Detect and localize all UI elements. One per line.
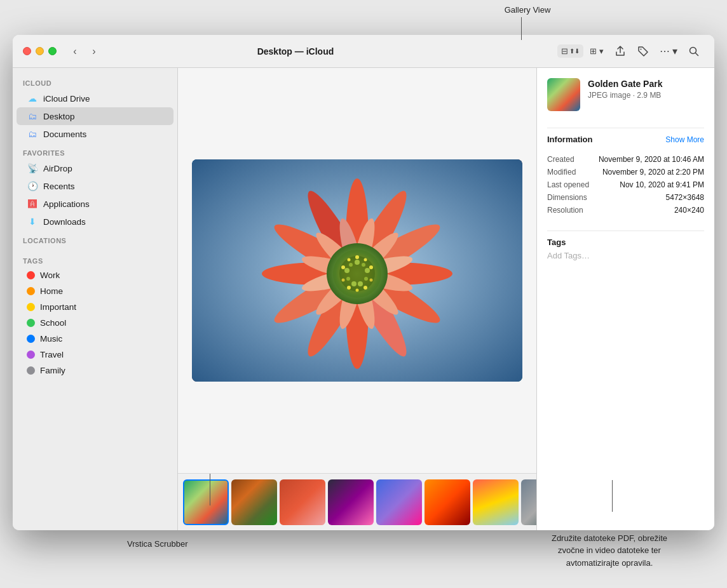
search-button[interactable] <box>684 41 704 62</box>
inspector-row-created: Created November 9, 2020 at 10:46 AM <box>547 153 704 166</box>
sidebar-item-tag-music[interactable]: Music <box>17 331 173 347</box>
inspector-row-dimensions: Dimensions 5472×3648 <box>547 191 704 204</box>
tag-school-dot <box>27 319 35 327</box>
title-bar: ‹ › Desktop — iCloud ⊟ ⬆⬇ ⊞ ▾ <box>13 35 714 68</box>
inspector-row-modified: Modified November 9, 2020 at 2:20 PM <box>547 166 704 178</box>
svg-point-43 <box>369 265 373 269</box>
tag-button[interactable] <box>633 41 653 62</box>
svg-point-40 <box>355 255 359 259</box>
applications-icon: 🅰 <box>27 198 38 210</box>
sidebar-item-label: Desktop <box>43 112 75 121</box>
view-options-button[interactable]: ⊞ ▾ <box>586 41 608 62</box>
tag-music-dot <box>27 335 35 343</box>
scrubber-annotation: Vrstica Scrubber <box>127 539 188 549</box>
downloads-icon: ⬇ <box>27 216 38 227</box>
svg-point-0 <box>640 48 641 50</box>
scrubber-thumb-7[interactable] <box>473 479 519 525</box>
sidebar-section-icloud: iCloud <box>13 73 177 90</box>
svg-point-31 <box>355 260 360 265</box>
sidebar-item-tag-important[interactable]: Important <box>17 299 173 315</box>
sidebar-item-recents[interactable]: 🕐 Recents <box>17 177 173 195</box>
sidebar-item-label: Downloads <box>43 217 86 227</box>
scrubber-thumb-6[interactable] <box>425 479 470 525</box>
inspector-file-name: Golden Gate Park <box>588 78 662 90</box>
tag-work-dot <box>27 271 35 279</box>
svg-point-44 <box>341 265 345 269</box>
desktop-icon: 🗂 <box>27 110 38 122</box>
sidebar-item-label: Applications <box>43 199 90 209</box>
dimensions-label: Dimensions <box>547 193 587 202</box>
path-control[interactable]: ⊟ ⬆⬇ <box>557 44 583 58</box>
sidebar-item-tag-travel[interactable]: Travel <box>17 347 173 363</box>
share-icon <box>615 46 626 57</box>
sidebar-item-applications[interactable]: 🅰 Applications <box>17 195 173 213</box>
inspector-row-last-opened: Last opened Nov 10, 2020 at 9:41 PM <box>547 178 704 191</box>
svg-point-47 <box>364 286 367 290</box>
sidebar-item-label: Home <box>40 286 63 296</box>
svg-point-42 <box>348 258 351 262</box>
tags-section-title: Tags <box>547 237 704 247</box>
search-icon <box>689 46 699 57</box>
svg-point-48 <box>347 286 351 290</box>
modified-value: November 9, 2020 at 2:20 PM <box>602 168 704 177</box>
finder-window: ‹ › Desktop — iCloud ⊟ ⬆⬇ ⊞ ▾ <box>13 35 714 530</box>
sidebar-item-downloads[interactable]: ⬇ Downloads <box>17 213 173 231</box>
gallery-main-image[interactable] <box>192 159 522 382</box>
sidebar-item-label: Work <box>40 271 60 280</box>
path-grid-icon: ⊟ <box>561 46 568 56</box>
scrubber-thumb-2[interactable] <box>231 479 277 525</box>
window-title: Desktop — iCloud <box>34 46 557 57</box>
svg-point-36 <box>364 277 368 281</box>
svg-point-49 <box>356 289 359 292</box>
inspector-section-tags: Tags Add Tags… <box>547 237 704 260</box>
tag-important-dot <box>27 303 35 311</box>
sidebar-section-locations: Locations <box>13 231 177 247</box>
sidebar-item-label: Recents <box>43 182 75 191</box>
inspector-panel: Golden Gate Park JPEG image · 2.9 MB Inf… <box>536 68 714 530</box>
scrubber-thumb-8[interactable] <box>521 479 536 525</box>
close-button[interactable] <box>23 47 31 55</box>
scrubber-thumb-3[interactable] <box>280 479 325 525</box>
svg-point-46 <box>342 279 345 282</box>
svg-point-35 <box>344 268 350 273</box>
last-opened-label: Last opened <box>547 180 589 189</box>
main-view: ↺ Rotate Left ⚲ Markup ⊕ More… <box>178 68 536 530</box>
share-button[interactable] <box>610 41 630 62</box>
sidebar-item-tag-family[interactable]: Family <box>17 363 173 378</box>
path-arrows-icon: ⬆⬇ <box>569 48 580 55</box>
inspector-file-info: Golden Gate Park JPEG image · 2.9 MB <box>588 78 662 100</box>
scrubber-thumb-1[interactable] <box>183 479 229 525</box>
sidebar-section-favorites: Favorites <box>13 143 177 159</box>
sidebar-item-tag-work[interactable]: Work <box>17 267 173 283</box>
sidebar-item-tag-home[interactable]: Home <box>17 283 173 299</box>
sidebar-item-desktop[interactable]: 🗂 Desktop <box>17 107 173 125</box>
sidebar-item-airdrop[interactable]: 📡 AirDrop <box>17 159 173 177</box>
flower-svg <box>192 159 522 382</box>
more-options-button[interactable]: ⋯ ▾ <box>656 41 681 62</box>
recents-icon: 🕐 <box>27 180 38 192</box>
dimensions-value: 5472×3648 <box>666 193 704 202</box>
modified-label: Modified <box>547 168 576 177</box>
scrubber-thumb-4[interactable] <box>328 479 374 525</box>
show-more-button[interactable]: Show More <box>665 135 704 144</box>
sidebar-item-label: Music <box>40 334 62 344</box>
tag-home-dot <box>27 287 35 295</box>
add-tags-input[interactable]: Add Tags… <box>547 251 704 260</box>
created-label: Created <box>547 155 574 164</box>
inspector-row-resolution: Resolution 240×240 <box>547 204 704 217</box>
airdrop-icon: 📡 <box>27 163 38 174</box>
sidebar-section-tags: Tags <box>13 251 177 267</box>
scrubber-thumb-5[interactable] <box>376 479 422 525</box>
svg-point-38 <box>358 281 363 286</box>
documents-icon: 🗂 <box>27 128 38 140</box>
sidebar-item-icloud-drive[interactable]: ☁ iCloud Drive <box>17 90 173 107</box>
toolbar-right: ⊟ ⬆⬇ ⊞ ▾ ⋯ ▾ <box>557 41 704 62</box>
sidebar-item-tag-school[interactable]: School <box>17 315 173 331</box>
info-section-title: Information <box>547 135 593 144</box>
scrubber-thumbnails <box>183 479 536 525</box>
scrubber-bar: ↺ Rotate Left ⚲ Markup ⊕ More… <box>178 473 536 530</box>
svg-point-41 <box>364 258 367 262</box>
sidebar-item-documents[interactable]: 🗂 Documents <box>17 125 173 143</box>
icloud-drive-icon: ☁ <box>27 93 38 104</box>
sidebar-item-label: iCloud Drive <box>43 94 90 104</box>
